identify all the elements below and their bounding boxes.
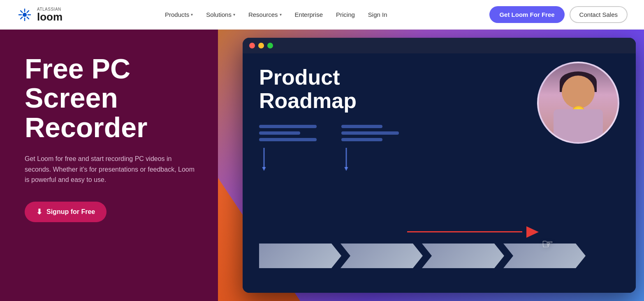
down-arrow-2 xyxy=(341,148,351,172)
chevron-down-icon: ▾ xyxy=(233,12,235,17)
navbar: ATLASSIAN loom Products ▾ Solutions ▾ Re… xyxy=(0,0,644,30)
red-arrow-line xyxy=(407,231,522,232)
line-6 xyxy=(341,138,382,141)
browser-mockup: Product Roadmap xyxy=(243,38,636,293)
contact-sales-button[interactable]: Contact Sales xyxy=(570,6,628,23)
chevron-q3: 2022 Q3 xyxy=(422,244,504,268)
atlassian-logo-icon xyxy=(16,7,33,23)
profile-person: 😄 xyxy=(539,63,618,142)
hero-section: Free PC Screen Recorder Get Loom for fre… xyxy=(0,30,644,301)
q1-label: 2022 Q1 xyxy=(284,273,316,283)
nav-enterprise[interactable]: Enterprise xyxy=(295,11,323,18)
hero-subtitle: Get Loom for free and start recording PC… xyxy=(25,154,197,185)
profile-circle: 😄 xyxy=(537,62,619,144)
hero-left: Free PC Screen Recorder Get Loom for fre… xyxy=(0,30,218,301)
person-body xyxy=(554,109,603,142)
roadmap-title: Product Roadmap xyxy=(259,66,407,113)
chevron-down-icon: ▾ xyxy=(191,12,193,17)
svg-point-9 xyxy=(23,13,27,17)
window-dot-red xyxy=(249,43,255,48)
chevron-q2: 2022 Q2 xyxy=(341,244,423,268)
chevron-q1: 2022 Q1 xyxy=(259,244,341,268)
cursor-icon: ☞ xyxy=(542,236,554,252)
nav-links: Products ▾ Solutions ▾ Resources ▾ Enter… xyxy=(165,11,387,18)
hero-title: Free PC Screen Recorder xyxy=(25,54,197,142)
hero-right: Product Roadmap xyxy=(218,30,644,301)
line-2 xyxy=(259,131,300,135)
logo-text: ATLASSIAN loom xyxy=(37,7,63,22)
line-3 xyxy=(259,138,317,141)
signup-button[interactable]: ⬇ Signup for Free xyxy=(25,202,107,222)
nav-pricing[interactable]: Pricing xyxy=(336,11,355,18)
window-dot-yellow xyxy=(258,43,264,48)
arrow-col-1 xyxy=(259,125,317,172)
q4-label: 2022 Q4 xyxy=(528,273,561,283)
browser-titlebar xyxy=(243,38,636,53)
download-icon: ⬇ xyxy=(36,207,42,216)
line-5 xyxy=(341,131,399,135)
q2-label: 2022 Q2 xyxy=(366,273,398,283)
red-arrow-head xyxy=(526,226,539,238)
get-loom-button[interactable]: Get Loom For Free xyxy=(489,6,564,23)
arrow-col-2 xyxy=(341,125,399,172)
browser-content: Product Roadmap xyxy=(243,53,636,293)
nav-solutions[interactable]: Solutions ▾ xyxy=(206,11,235,18)
loom-label: loom xyxy=(37,11,63,22)
nav-products[interactable]: Products ▾ xyxy=(165,11,193,18)
down-arrow-1 xyxy=(259,148,269,172)
line-4 xyxy=(341,125,382,128)
nav-actions: Get Loom For Free Contact Sales xyxy=(489,6,628,23)
person-head: 😄 xyxy=(562,76,595,108)
logo-link[interactable]: ATLASSIAN loom xyxy=(16,7,63,23)
q3-label: 2022 Q3 xyxy=(447,273,479,283)
line-1 xyxy=(259,125,317,128)
red-arrow-annotation xyxy=(407,219,539,244)
chevron-down-icon: ▾ xyxy=(280,12,282,17)
nav-signin[interactable]: Sign In xyxy=(368,11,387,18)
chevrons-row: 2022 Q1 2022 Q2 2022 Q3 2022 Q4 xyxy=(259,244,628,268)
nav-resources[interactable]: Resources ▾ xyxy=(248,11,282,18)
window-dot-green xyxy=(267,43,273,48)
